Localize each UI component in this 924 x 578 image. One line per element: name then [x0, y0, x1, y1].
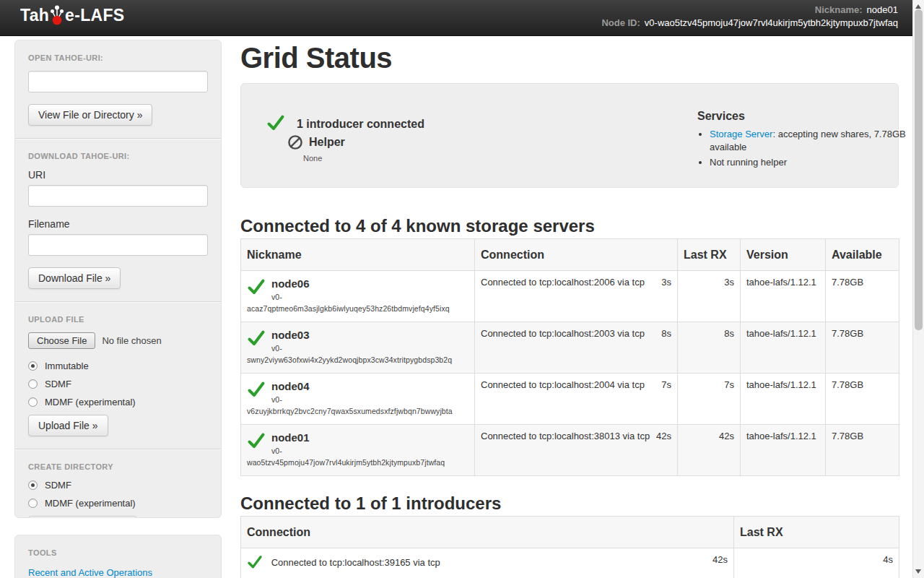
open-uri-input[interactable] [28, 71, 208, 92]
node-nickname: node03 [247, 328, 468, 342]
connection-age: 42s [712, 554, 728, 565]
col-nickname: Nickname [241, 239, 475, 271]
introducers-heading: Connected to 1 of 1 introducers [240, 494, 899, 513]
grid-summary-well: 1 introducer connected Helper None Servi… [240, 83, 899, 188]
scroll-up-arrow-icon[interactable] [915, 4, 921, 9]
node-nickname: node01 [247, 431, 468, 445]
radio-dir-mdmf[interactable]: MDMF (experimental) [28, 498, 208, 509]
col-last-rx: Last RX [678, 239, 741, 271]
introducer-status-line: 1 introducer connected [266, 113, 424, 135]
connection-text: Connected to tcp:localhost:2004 via tcp [481, 379, 645, 390]
check-icon [266, 113, 285, 132]
nickname-cell: node03 v0-swny2viyw63ofxwi4x2yykd2woqjbp… [241, 322, 475, 374]
col-last-rx: Last RX [734, 517, 899, 548]
connection-text: Connected to tcp:localhost:38013 via tcp [481, 431, 650, 441]
download-file-button[interactable]: Download File » [28, 267, 121, 289]
version-cell: tahoe-lafs/1.12.1 [741, 271, 826, 322]
upload-file-button[interactable]: Upload File » [28, 415, 108, 436]
view-file-button[interactable]: View File or Directory » [28, 104, 152, 126]
col-available: Available [826, 239, 899, 271]
introducer-status-text: 1 introducer connected [297, 118, 424, 131]
introducer-row: 42s Connected to tcp:localhost:39165 via… [241, 548, 899, 578]
file-input: Choose File No file chosen [28, 332, 208, 349]
check-icon [247, 380, 266, 399]
last-rx-cell: 8s [678, 322, 741, 374]
node-id: v0-swny2viyw63ofxwi4x2yykd2woqjbpx3cw34x… [247, 342, 468, 366]
available-cell: 7.78GB [826, 322, 899, 374]
create-directory-label: CREATE DIRECTORY [28, 462, 208, 471]
upload-file-label: UPLOAD FILE [28, 315, 208, 324]
filename-input[interactable] [28, 234, 208, 256]
available-cell: 7.78GB [826, 374, 899, 425]
connection-cell: 42s Connected to tcp:localhost:39165 via… [241, 548, 734, 578]
brand-text-post: e-LAFS [65, 6, 124, 25]
nickname-label: Nickname: [815, 4, 863, 15]
upload-file-section: UPLOAD FILE Choose File No file chosen I… [28, 315, 208, 436]
storage-servers-table: Nickname Connection Last RX Version Avai… [240, 238, 899, 476]
connection-cell: 3sConnected to tcp:localhost:2006 via tc… [475, 271, 678, 322]
connection-age: 8s [661, 328, 671, 339]
radio-label: MDMF (experimental) [45, 498, 136, 509]
node-id-value: v0-wao5tzv45pmoju47jow7rvl4ukirjm5ytbh2k… [645, 17, 898, 28]
col-connection: Connection [475, 239, 678, 271]
radio-icon [28, 499, 38, 508]
tahoe-balloon-icon [50, 4, 64, 25]
radio-label: Immutable [45, 361, 89, 371]
storage-row-node01: node01 v0-wao5tzv45pmoju47jow7rvl4ukirjm… [241, 425, 899, 476]
vertical-scrollbar[interactable] [912, 0, 924, 578]
nickname-row: Nickname:node01 [601, 4, 898, 17]
radio-icon [28, 397, 38, 407]
create-directory-button[interactable]: Create a directory » [28, 516, 137, 518]
node-id-row: Node ID:v0-wao5tzv45pmoju47jow7rvl4ukirj… [601, 17, 898, 30]
services-block: Services Storage Server: accepting new s… [697, 110, 907, 171]
last-rx-cell: 3s [678, 271, 741, 322]
filename-field-label: Filename [28, 218, 208, 230]
check-icon [247, 431, 266, 450]
connection-age: 42s [656, 431, 671, 441]
brand-logo[interactable]: Tah e-LAFS [20, 6, 124, 25]
storage-server-link[interactable]: Storage Server [710, 129, 772, 139]
available-cell: 7.78GB [826, 271, 899, 322]
divider [15, 449, 221, 450]
choose-file-button[interactable]: Choose File [28, 332, 95, 349]
nickname-cell: node01 v0-wao5tzv45pmoju47jow7rvl4ukirjm… [241, 425, 475, 476]
connection-age: 3s [661, 277, 671, 288]
nickname-cell: node04 v0-v6zuyjkbrrkqy2bvc2cny7qwax5sxu… [241, 374, 475, 425]
radio-sdmf[interactable]: SDMF [28, 379, 208, 389]
last-rx-cell: 7s [678, 374, 741, 425]
node-id: v0-acaz7qptmeo6m3asjlgkb6iwlyuqey53hz26t… [247, 291, 468, 314]
radio-immutable[interactable]: Immutable [28, 361, 208, 371]
storage-row-node04: node04 v0-v6zuyjkbrrkqy2bvc2cny7qwax5sxu… [241, 374, 899, 425]
radio-label: SDMF [45, 379, 71, 389]
service-storage-item: Storage Server: accepting new shares, 7.… [710, 128, 907, 154]
last-rx-cell: 42s [678, 425, 741, 476]
check-icon [247, 277, 266, 296]
scrollbar-thumb[interactable] [915, 9, 923, 330]
sidebar: OPEN TAHOE-URI: View File or Directory »… [14, 40, 222, 518]
tools-label: TOOLS [28, 548, 208, 557]
node-id: v0-v6zuyjkbrrkqy2bvc2cny7qwax5sxumedsxfz… [247, 394, 468, 417]
service-helper-item: Not running helper [710, 156, 907, 169]
radio-label: SDMF [45, 480, 71, 491]
main-content: Grid Status 1 introducer connected Helpe… [240, 36, 899, 578]
node-meta: Nickname:node01 Node ID:v0-wao5tzv45pmoj… [601, 4, 898, 29]
radio-mdmf[interactable]: MDMF (experimental) [28, 397, 208, 407]
connection-age: 7s [661, 379, 671, 390]
create-directory-section: CREATE DIRECTORY SDMF MDMF (experimental… [28, 462, 208, 518]
download-uri-input[interactable] [28, 185, 208, 207]
connection-cell: 42sConnected to tcp:localhost:38013 via … [475, 425, 678, 476]
open-uri-section: OPEN TAHOE-URI: View File or Directory » [28, 53, 208, 126]
divider [15, 138, 221, 139]
uri-field-label: URI [28, 169, 208, 181]
radio-dir-sdmf[interactable]: SDMF [28, 480, 208, 491]
connection-text: Connected to tcp:localhost:2006 via tcp [481, 277, 645, 288]
node-id: v0-wao5tzv45pmoju47jow7rvl4ukirjm5ytbh2k… [247, 445, 468, 468]
open-uri-label: OPEN TAHOE-URI: [28, 53, 208, 62]
scroll-down-arrow-icon[interactable] [915, 569, 921, 574]
brand-text-pre: Tah [20, 6, 49, 25]
storage-row-node03: node03 v0-swny2viyw63ofxwi4x2yykd2woqjbp… [241, 322, 899, 374]
recent-operations-link[interactable]: Recent and Active Operations [28, 567, 152, 578]
sidebar-forms-panel: OPEN TAHOE-URI: View File or Directory »… [14, 40, 222, 518]
nickname-cell: node06 v0-acaz7qptmeo6m3asjlgkb6iwlyuqey… [241, 271, 475, 322]
version-cell: tahoe-lafs/1.12.1 [741, 374, 826, 425]
